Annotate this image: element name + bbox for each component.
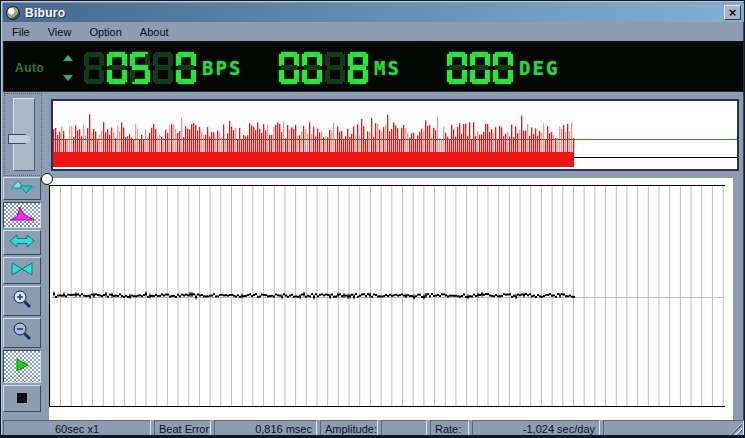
window-bottom-edge [1,435,744,437]
zoom-out-button[interactable] [3,318,41,348]
led-digit [302,52,322,84]
menu-item-about[interactable]: About [131,24,178,40]
led-digit [107,52,127,84]
resize-grip[interactable] [730,423,742,435]
app-window: Biburo × FileViewOptionAbout Auto BPSMSD… [0,0,745,438]
led-digit [447,52,467,84]
gain-slider [4,93,42,176]
menu-item-option[interactable]: Option [80,24,130,40]
bps-unit-label: BPS [202,57,242,79]
led-groups: BPSMSDEG [4,43,743,91]
stop-icon [16,390,28,408]
ms-unit-label: MS [374,57,401,79]
play-button[interactable] [3,350,41,383]
play-icon [14,357,30,377]
compress-horizontal-button[interactable] [3,257,41,284]
sine-wave-icon [9,179,35,199]
expand-horizontal-button[interactable] [3,230,41,255]
app-icon [6,6,20,20]
trace-start-marker [41,173,53,185]
deg-unit-label: DEG [519,57,559,79]
waveform-signal [53,101,737,169]
menu-item-view[interactable]: View [39,24,81,40]
led-digit [130,52,150,84]
bps-digits [84,52,196,84]
zoom-in-button[interactable] [3,286,41,316]
led-group-bps: BPS [84,51,242,84]
zoom-in-icon [12,289,32,313]
title-bar: Biburo × [3,3,744,22]
sine-wave-button[interactable] [3,177,41,200]
stop-button[interactable] [3,385,41,412]
waveform-panel [51,99,739,171]
led-digit [279,52,299,84]
compress-horizontal-icon [10,262,34,280]
menu-item-file[interactable]: File [3,24,39,40]
led-digit [470,52,490,84]
led-digit [493,52,513,84]
menu-bar: FileViewOptionAbout [3,22,744,41]
ms-digits [279,52,368,84]
beat-peak-button[interactable] [3,202,41,228]
expand-horizontal-icon [9,234,35,252]
window-title: Biburo [25,6,65,20]
led-digit [84,52,104,84]
led-display-panel: Auto BPSMSDEG [3,41,744,92]
led-group-ms: MS [279,51,401,84]
led-digit [325,52,345,84]
toolbar [3,177,41,412]
close-button[interactable]: × [724,5,741,20]
timing-trace [49,178,733,420]
led-digit [348,52,368,84]
timing-graph-panel [49,178,733,420]
zoom-out-icon [12,321,32,345]
beat-peak-icon [8,204,36,226]
deg-digits [447,52,513,84]
led-group-deg: DEG [447,51,559,84]
led-digit [153,52,173,84]
led-digit [176,52,196,84]
